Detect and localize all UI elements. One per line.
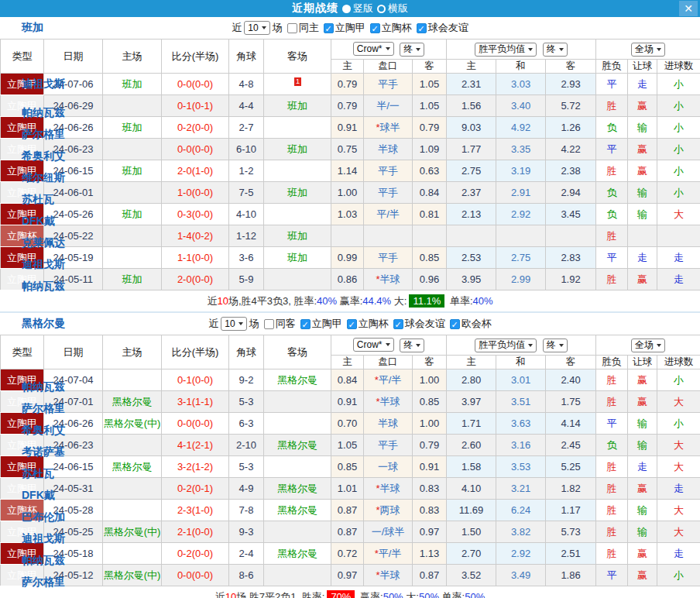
cell-away-team: 萨尔格里	[264, 565, 331, 586]
same-venue-checkbox-box[interactable]	[287, 23, 297, 33]
cell-result-handicap: 输	[628, 500, 657, 521]
radio-portrait-label: 竖版	[353, 2, 373, 15]
cell-avg-away: 2.40	[546, 369, 596, 391]
sub-col-avg-home: 主	[447, 60, 496, 74]
cell-score: 1-0(0-0)	[162, 182, 229, 204]
cell-handicap: 一球	[364, 456, 413, 478]
cell-result-wdl: 平	[596, 565, 628, 586]
avg-group-header: 胜平负均值 终	[447, 40, 596, 60]
chevron-down-icon	[559, 48, 564, 51]
league-filter-checkbox-box[interactable]: ✓	[324, 23, 334, 33]
table-row: 立陶甲24-06-15黑格尔曼3-2(1-2)5-3苏杜瓦0.85一球0.911…	[1, 456, 700, 478]
avg-type-select[interactable]: 胜平负均值	[475, 43, 537, 57]
cell-corner: 1-12	[229, 225, 264, 247]
summary-segment: 赢率:	[337, 295, 362, 307]
cell-odds-home: 1.05	[331, 435, 364, 456]
cell-avg-draw: 3.21	[496, 478, 546, 500]
league-filter-checkbox-box[interactable]: ✓	[370, 23, 380, 33]
cell-corner: 1-2	[229, 160, 264, 182]
cell-handicap: 平手	[364, 435, 413, 456]
cell-corner: 4-8	[229, 74, 264, 95]
handicap-text: 半球	[380, 273, 400, 285]
odds-company-select[interactable]: Crow*	[353, 338, 394, 352]
sub-col-result-goals: 进球数	[657, 356, 700, 369]
cell-result-goals: 小	[657, 413, 700, 435]
scope-select[interactable]: 全场	[631, 43, 665, 57]
same-venue-checkbox-box[interactable]	[264, 319, 274, 329]
cell-avg-home: 4.10	[447, 478, 496, 500]
cell-odds-home: 0.86	[331, 269, 364, 290]
league-filter-checkbox-label: 立陶杯	[382, 21, 412, 35]
avg-type-select[interactable]: 胜平负均值	[475, 339, 537, 352]
layout-radio-portrait[interactable]: 竖版	[342, 2, 373, 15]
team-text: 班加	[122, 208, 142, 220]
cell-handicap: 平/半	[364, 204, 413, 225]
summary-segment: 大:	[403, 591, 419, 598]
section-banga: 班加 近10场同主✓立陶甲✓立陶杯✓球会友谊 类型 日期 主场 比分(半场) 角…	[0, 17, 700, 311]
cell-result-handicap: 赢	[628, 391, 657, 413]
summary-segment: 40%	[473, 295, 493, 307]
odds-final-select[interactable]: 终	[400, 43, 424, 57]
near-label: 近	[208, 317, 218, 331]
handicap-text: 半球	[380, 569, 400, 581]
league-filter-checkbox: ✓球会友谊	[393, 317, 445, 331]
cell-corner: 5-9	[229, 269, 264, 290]
table-row: 立陶甲24-06-26黑格尔曼(中)0-0(0-0)6-3希奥利艾0.70半球1…	[1, 413, 700, 435]
cell-odds-away: 0.97	[413, 521, 447, 543]
cell-avg-away: 1.86	[546, 565, 596, 586]
league-filter-checkbox-box[interactable]: ✓	[450, 319, 460, 329]
close-icon[interactable]: ✕	[679, 1, 698, 16]
cell-result-goals: 小	[657, 565, 700, 586]
cell-odds-home: 0.84	[331, 369, 364, 391]
cell-score: 2-0(0-0)	[162, 269, 229, 290]
avg-final-select[interactable]: 终	[543, 339, 568, 352]
cell-odds-away: 0.81	[413, 204, 447, 225]
cell-result-goals: 小	[657, 182, 700, 204]
cell-corner: 3-6	[229, 247, 264, 269]
cell-odds-away: 1.00	[413, 413, 447, 435]
cell-odds-home: 0.87	[331, 521, 364, 543]
cell-avg-home: 3.95	[447, 269, 496, 290]
handicap-text: 半/一	[376, 100, 400, 112]
table-row: 立陶甲24-06-15班加2-0(1-0)1-2维尔纽斯1.14平手0.632.…	[1, 160, 700, 182]
team-text: 黑格尔曼	[277, 483, 317, 494]
cell-avg-home: 2.53	[447, 247, 496, 269]
handicap-text: 半球	[380, 483, 400, 494]
cell-home-team: 帕纳瓦兹	[103, 543, 162, 565]
league-filter-checkbox-box[interactable]: ✓	[393, 319, 403, 329]
cell-home-team: 班加	[103, 269, 162, 290]
cell-home-team: 班加	[103, 117, 162, 139]
cell-odds-away: 0.83	[413, 478, 447, 500]
handicap-text: 球半	[380, 122, 400, 133]
cell-odds-away: 0.85	[413, 391, 447, 413]
cell-result-wdl: 负	[596, 435, 628, 456]
cell-corner: 9-2	[229, 369, 264, 391]
league-filter-checkbox-box[interactable]: ✓	[347, 319, 357, 329]
cell-away-team: 黑格尔曼	[264, 435, 331, 456]
league-filter-checkbox-label: 立陶甲	[312, 317, 342, 331]
cell-result-handicap: 赢	[628, 139, 657, 160]
league-filter-checkbox-label: 球会友谊	[428, 21, 468, 35]
avg-type-select-value: 胜平负均值	[479, 43, 525, 56]
summary-segment: 40%	[317, 295, 337, 307]
scope-select-value: 全场	[635, 339, 654, 352]
odds-company-select[interactable]: Crow*	[353, 42, 394, 56]
cell-avg-away: 4.22	[546, 139, 596, 160]
summary-segment: 44.4%	[362, 295, 391, 307]
layout-radio-landscape[interactable]: 横版	[377, 2, 408, 15]
avg-final-select[interactable]: 终	[543, 43, 568, 57]
cell-odds-away: 1.13	[413, 543, 447, 565]
avg-type-select-value: 胜平负均值	[479, 339, 525, 352]
league-filter-checkbox-box[interactable]: ✓	[417, 23, 427, 33]
games-count-select[interactable]: 10	[221, 317, 246, 331]
summary-segment: 50%	[465, 591, 485, 598]
cell-avg-away	[546, 225, 596, 247]
games-count-select[interactable]: 10	[244, 21, 269, 35]
cell-odds-away: 0.87	[413, 565, 447, 586]
scope-select[interactable]: 全场	[631, 339, 665, 352]
cell-corner: 5-3	[229, 456, 264, 478]
cell-avg-home: 3.97	[447, 391, 496, 413]
odds-final-select[interactable]: 终	[400, 339, 424, 352]
team-text: 黑格尔曼(中)	[104, 526, 161, 538]
league-filter-checkbox-box[interactable]: ✓	[300, 319, 311, 329]
